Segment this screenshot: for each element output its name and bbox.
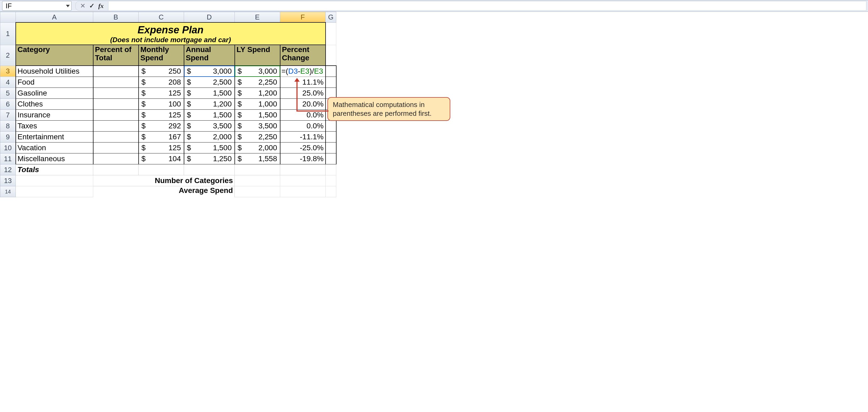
- header-monthly-spend[interactable]: Monthly Spend: [138, 45, 184, 66]
- cell-e12[interactable]: [235, 164, 280, 175]
- row-header[interactable]: 7: [0, 110, 16, 121]
- cell-c12[interactable]: [138, 164, 184, 175]
- cell-g[interactable]: [326, 66, 336, 77]
- header-percent-total[interactable]: Percent of Total: [93, 45, 138, 66]
- cell-ly-spend[interactable]: $1,500: [235, 110, 280, 121]
- cell-g[interactable]: [326, 142, 336, 153]
- cell-f13[interactable]: [280, 175, 326, 186]
- cell-g14[interactable]: [326, 186, 336, 197]
- cell-monthly-spend[interactable]: $125: [138, 142, 184, 153]
- cell-monthly-spend[interactable]: $100: [138, 99, 184, 110]
- cell-ly-spend[interactable]: $2,250: [235, 77, 280, 88]
- name-box[interactable]: IF: [2, 1, 71, 11]
- cell-g[interactable]: [326, 153, 336, 164]
- row-header[interactable]: 8: [0, 121, 16, 132]
- cell-annual-spend[interactable]: $1,500: [184, 142, 235, 153]
- cell-a13[interactable]: [16, 175, 93, 186]
- col-header-e[interactable]: E: [235, 12, 280, 23]
- cell-ly-spend[interactable]: $2,250: [235, 132, 280, 142]
- cell-annual-spend[interactable]: $1,200: [184, 99, 235, 110]
- cell-percent-total[interactable]: [93, 153, 138, 164]
- cell-monthly-spend[interactable]: $125: [138, 88, 184, 99]
- col-header-f[interactable]: F: [280, 12, 326, 23]
- col-header-d[interactable]: D: [184, 12, 235, 23]
- cell-f14[interactable]: [280, 186, 326, 197]
- row-header[interactable]: 11: [0, 153, 16, 164]
- row-header[interactable]: 13: [0, 175, 16, 186]
- cell-category[interactable]: Taxes: [16, 121, 93, 132]
- cell-annual-spend[interactable]: $3,500: [184, 121, 235, 132]
- cell-percent-total[interactable]: [93, 142, 138, 153]
- chevron-down-icon[interactable]: [66, 5, 70, 7]
- header-annual-spend[interactable]: Annual Spend: [184, 45, 235, 66]
- cell-ly-spend[interactable]: $3,500: [235, 121, 280, 132]
- cell-category[interactable]: Miscellaneous: [16, 153, 93, 164]
- cell-g2[interactable]: [326, 45, 336, 66]
- cell-percent-change[interactable]: -19.8%: [280, 153, 326, 164]
- cell-percent-total[interactable]: [93, 121, 138, 132]
- cell-monthly-spend[interactable]: $167: [138, 132, 184, 142]
- row-header[interactable]: 4: [0, 77, 16, 88]
- cell-g[interactable]: [326, 132, 336, 142]
- cell-percent-change[interactable]: 11.1%: [280, 77, 326, 88]
- cell-percent-total[interactable]: [93, 88, 138, 99]
- cell-percent-change[interactable]: 20.0%: [280, 99, 326, 110]
- col-header-c[interactable]: C: [138, 12, 184, 23]
- cell-annual-spend[interactable]: $1,500: [184, 88, 235, 99]
- cell-category[interactable]: Clothes: [16, 99, 93, 110]
- cell-ly-spend[interactable]: $1,558: [235, 153, 280, 164]
- cell-g12[interactable]: [326, 164, 336, 175]
- cell-monthly-spend[interactable]: $250: [138, 66, 184, 77]
- cell-ly-spend[interactable]: $2,000: [235, 142, 280, 153]
- cell-percent-total[interactable]: [93, 132, 138, 142]
- cell-category[interactable]: Vacation: [16, 142, 93, 153]
- col-header-a[interactable]: A: [16, 12, 93, 23]
- cell-f12[interactable]: [280, 164, 326, 175]
- cell-percent-change[interactable]: 0.0%: [280, 121, 326, 132]
- cell-annual-spend[interactable]: $1,250: [184, 153, 235, 164]
- cell-annual-spend[interactable]: $2,500: [184, 77, 235, 88]
- cell-category[interactable]: Insurance: [16, 110, 93, 121]
- formula-input[interactable]: =(D3-E3)/E3: [108, 1, 866, 11]
- cell-g[interactable]: [326, 121, 336, 132]
- cell-g[interactable]: [326, 88, 336, 99]
- cell-percent-change[interactable]: 25.0%: [280, 88, 326, 99]
- totals-label[interactable]: Totals: [16, 164, 93, 175]
- cell-g1[interactable]: [326, 23, 336, 45]
- cell-d12[interactable]: [184, 164, 235, 175]
- cell-percent-total[interactable]: [93, 66, 138, 77]
- cell-ly-spend[interactable]: $1,000: [235, 99, 280, 110]
- cell-percent-total[interactable]: [93, 77, 138, 88]
- cell-percent-change[interactable]: -11.1%: [280, 132, 326, 142]
- col-header-g[interactable]: G: [326, 12, 336, 23]
- cell-a14[interactable]: [16, 186, 93, 197]
- cell-percent-change[interactable]: -25.0%: [280, 142, 326, 153]
- avg-spend-label[interactable]: Average Spend: [93, 186, 235, 197]
- col-header-b[interactable]: B: [93, 12, 138, 23]
- cell-percent-total[interactable]: [93, 99, 138, 110]
- cell-g[interactable]: [326, 110, 336, 121]
- header-ly-spend[interactable]: LY Spend: [235, 45, 280, 66]
- cell-annual-spend[interactable]: $1,500: [184, 110, 235, 121]
- enter-button[interactable]: ✓: [87, 2, 96, 10]
- row-header[interactable]: 2: [0, 45, 16, 66]
- cell-monthly-spend[interactable]: $292: [138, 121, 184, 132]
- cell-ly-spend[interactable]: $3,000: [235, 66, 280, 77]
- cell-category[interactable]: Entertainment: [16, 132, 93, 142]
- row-header[interactable]: 12: [0, 164, 16, 175]
- cell-percent-total[interactable]: [93, 110, 138, 121]
- select-all-corner[interactable]: [0, 12, 16, 23]
- cell-annual-spend[interactable]: $2,000: [184, 132, 235, 142]
- cell-g[interactable]: [326, 99, 336, 110]
- title-cell[interactable]: Expense Plan (Does not include mortgage …: [16, 23, 326, 45]
- cell-b12[interactable]: [93, 164, 138, 175]
- row-header[interactable]: 14: [0, 186, 16, 197]
- grid[interactable]: A B C D E F G 1 Expense Plan (Does not i…: [0, 12, 337, 197]
- cell-g13[interactable]: [326, 175, 336, 186]
- num-categories-label[interactable]: Number of Categories: [93, 175, 235, 186]
- row-header[interactable]: 3: [0, 66, 16, 77]
- cell-category[interactable]: Food: [16, 77, 93, 88]
- cell-category[interactable]: Household Utilities: [16, 66, 93, 77]
- header-percent-change[interactable]: Percent Change: [280, 45, 326, 66]
- cell-monthly-spend[interactable]: $208: [138, 77, 184, 88]
